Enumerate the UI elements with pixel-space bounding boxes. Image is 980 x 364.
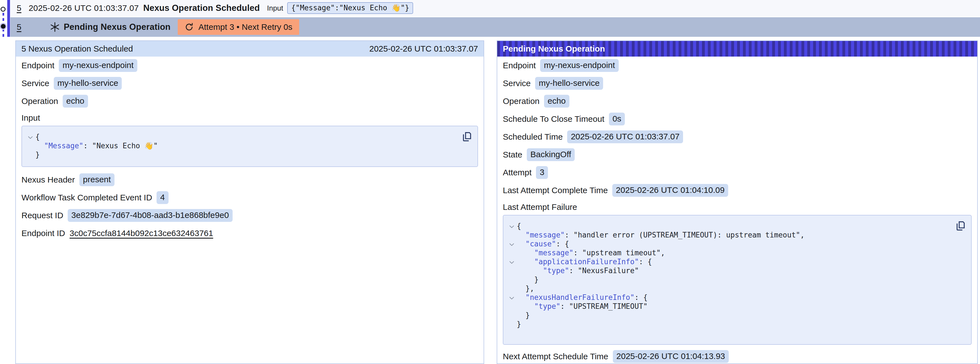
json-line: "Message": "Nexus Echo 👋" (25, 141, 458, 150)
event-timestamp: 2025-02-26 UTC 01:03:37.07 (29, 3, 139, 13)
scheduled-time-badge: 2025-02-26 UTC 01:03:37.07 (567, 131, 683, 143)
field-wft-completed-event-id: Workflow Task Completed Event ID 4 (21, 192, 478, 204)
collapse-caret-icon[interactable] (509, 224, 514, 229)
field-attempt: Attempt 3 (503, 166, 972, 179)
collapse-caret-icon[interactable] (28, 135, 33, 140)
pending-operation-row[interactable]: 5 Pending Nexus Operation Attempt 3 • Ne… (10, 17, 980, 37)
json-line: }, (507, 284, 951, 293)
json-line: "applicationFailureInfo": { (507, 257, 951, 266)
timeline-node-open-icon (0, 7, 6, 12)
event-detail-timestamp: 2025-02-26 UTC 01:03:37.07 (369, 44, 478, 54)
next-attempt-schedule-time-badge: 2025-02-26 UTC 01:04:13.93 (613, 350, 729, 363)
event-input-label: Input (267, 4, 283, 13)
json-line: } (25, 150, 458, 159)
failure-json-viewer: { "message": "handler error (UPSTREAM_TI… (503, 215, 972, 345)
field-scheduled-time: Scheduled Time 2025-02-26 UTC 01:03:37.0… (503, 131, 972, 143)
field-endpoint-id: Endpoint ID 3c0c75ccfa8144b092c13ce63246… (21, 227, 478, 239)
event-detail-title: 5 Nexus Operation Scheduled (21, 44, 133, 54)
retry-status-badge: Attempt 3 • Next Retry 0s (178, 19, 299, 35)
json-line: "message": "upstream timeout", (507, 248, 951, 257)
field-last-attempt-complete-time: Last Attempt Complete Time 2025-02-26 UT… (503, 184, 972, 196)
wft-event-id-badge: 4 (157, 191, 169, 204)
field-endpoint: Endpoint my-nexus-endpoint (21, 59, 478, 72)
event-history-view: 5 2025-02-26 UTC 01:03:37.07 Nexus Opera… (0, 0, 980, 364)
event-id-link[interactable]: 5 (17, 3, 21, 13)
json-line: "nexusHandlerFailureInfo": { (507, 293, 951, 302)
last-attempt-complete-time-badge: 2025-02-26 UTC 01:04:10.09 (612, 184, 728, 197)
json-line: "type": "UPSTREAM_TIMEOUT" (507, 302, 951, 311)
timeline-active-bar (7, 0, 10, 37)
field-service: Service my-hello-service (503, 77, 972, 89)
state-badge: BackingOff (527, 148, 575, 161)
copy-icon[interactable] (462, 131, 473, 142)
pending-operation-panel: Pending Nexus Operation Endpoint my-nexu… (497, 40, 978, 364)
timeline-node-current-icon (1, 24, 6, 29)
collapse-caret-icon[interactable] (509, 242, 514, 247)
field-schedule-to-close-timeout: Schedule To Close Timeout 0s (503, 113, 972, 125)
field-operation: Operation echo (503, 95, 972, 107)
copy-icon[interactable] (956, 220, 966, 231)
last-attempt-failure-label: Last Attempt Failure (503, 202, 972, 212)
pending-id-link[interactable]: 5 (17, 22, 21, 32)
event-detail-header: 5 Nexus Operation Scheduled 2025-02-26 U… (16, 41, 484, 57)
retry-icon (185, 22, 194, 32)
operation-value-badge: echo (544, 95, 570, 108)
field-request-id: Request ID 3e829b7e-7d67-4b08-aad3-b1e86… (21, 209, 478, 222)
endpoint-value-badge: my-nexus-endpoint (59, 59, 137, 72)
event-row-nexus-operation-scheduled[interactable]: 5 2025-02-26 UTC 01:03:37.07 Nexus Opera… (10, 0, 980, 16)
retry-text: Attempt 3 • Next Retry 0s (198, 22, 292, 32)
json-line: } (507, 320, 951, 329)
field-service: Service my-hello-service (21, 77, 478, 89)
request-id-badge: 3e829b7e-7d67-4b08-aad3-b1e868bfe9e0 (68, 209, 232, 222)
json-line: { (507, 222, 951, 230)
json-line: } (507, 311, 951, 320)
event-detail-panel: 5 Nexus Operation Scheduled 2025-02-26 U… (15, 40, 484, 364)
input-json-viewer: { "Message": "Nexus Echo 👋" } (21, 126, 478, 167)
json-line: { (25, 133, 458, 141)
schedule-to-close-timeout-badge: 0s (609, 113, 625, 125)
collapse-caret-icon[interactable] (509, 260, 514, 265)
field-nexus-header: Nexus Header present (21, 174, 478, 186)
event-input-chip[interactable]: {"Message":"Nexus Echo 👋"} (287, 2, 413, 14)
collapse-caret-icon[interactable] (509, 296, 514, 301)
pending-panel-title: Pending Nexus Operation (503, 44, 605, 54)
service-value-badge: my-hello-service (54, 77, 122, 90)
field-next-attempt-schedule-time: Next Attempt Schedule Time 2025-02-26 UT… (503, 350, 972, 362)
json-line: "type": "NexusFailure" (507, 266, 951, 275)
field-operation: Operation echo (21, 95, 478, 107)
service-value-badge: my-hello-service (535, 77, 603, 90)
json-line: } (507, 275, 951, 284)
nexus-asterisk-icon (49, 21, 60, 33)
attempt-badge: 3 (536, 166, 548, 179)
json-line: "cause": { (507, 239, 951, 248)
endpoint-value-badge: my-nexus-endpoint (540, 59, 619, 72)
nexus-header-value-badge: present (80, 173, 115, 186)
json-line: "message": "handler error (UPSTREAM_TIME… (507, 230, 951, 239)
pending-title: Pending Nexus Operation (64, 22, 171, 32)
operation-value-badge: echo (63, 95, 88, 108)
field-endpoint: Endpoint my-nexus-endpoint (503, 59, 972, 72)
endpoint-id-link[interactable]: 3c0c75ccfa8144b092c13ce632463761 (70, 228, 213, 238)
pending-panel-header: Pending Nexus Operation (497, 41, 977, 57)
field-state: State BackingOff (503, 148, 972, 161)
event-title: Nexus Operation Scheduled (143, 3, 259, 13)
input-section-label: Input (21, 113, 478, 123)
